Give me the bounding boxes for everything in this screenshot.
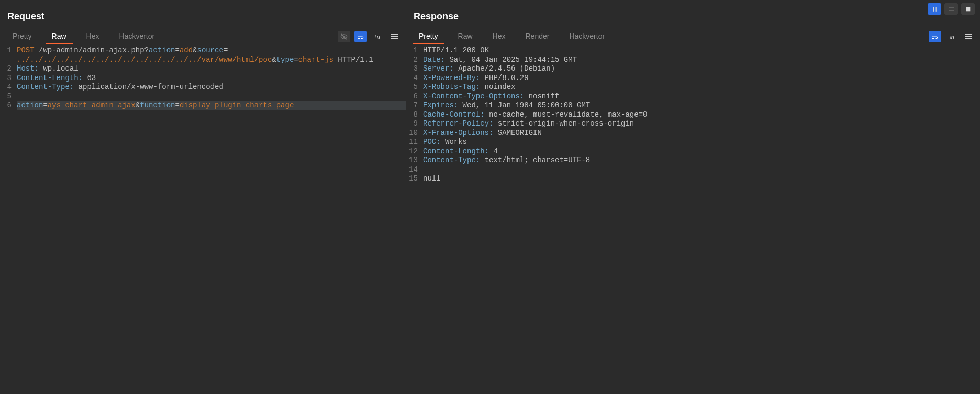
response-line-number: 3 [406,64,418,74]
response-gutter: 123456789101112131415 [406,46,421,394]
response-code-line[interactable]: X-Frame-Options: SAMEORIGIN [423,129,980,138]
response-title-row: Response [406,0,980,28]
menu-icon[interactable] [388,31,400,42]
response-code-line[interactable]: X-Robots-Tag: noindex [423,83,980,92]
request-tab-hex[interactable]: Hex [80,29,106,44]
request-tab-hackvertor[interactable]: Hackvertor [113,29,161,44]
request-line-number: 3 [0,74,12,83]
response-line-number: 15 [406,174,418,184]
response-line-number: 10 [406,129,418,138]
request-tab-pretty[interactable]: Pretty [6,29,38,44]
svg-rect-3 [935,7,936,12]
request-line-number: 2 [0,64,12,74]
visibility-icon[interactable] [338,31,350,42]
request-line-number: 6 [0,101,12,110]
request-tabs: PrettyRawHexHackvertor \n [0,28,406,45]
top-controls [928,3,975,15]
svg-rect-2 [933,7,934,12]
response-code-line[interactable]: Content-Length: 4 [423,147,980,156]
request-toolbar: \n [338,28,400,45]
response-code-line[interactable]: Expires: Wed, 11 Jan 1984 05:00:00 GMT [423,101,980,110]
response-code[interactable]: HTTP/1.1 200 OKDate: Sat, 04 Jan 2025 19… [421,46,980,394]
svg-rect-6 [966,7,970,11]
request-code-line[interactable]: POST /wp-admin/admin-ajax.php?action=add… [17,46,406,55]
response-line-number: 9 [406,119,418,129]
request-pane: Request PrettyRawHexHackvertor \n 123456… [0,0,406,394]
response-tab-render[interactable]: Render [519,29,556,44]
response-line-number: 12 [406,147,418,156]
response-code-line[interactable]: Date: Sat, 04 Jan 2025 19:44:15 GMT [423,55,980,65]
http-message-editor: Request PrettyRawHexHackvertor \n 123456… [0,0,980,394]
response-tab-hex[interactable]: Hex [486,29,512,44]
request-line-number [0,55,12,65]
response-code-line[interactable]: Cache-Control: no-cache, must-revalidate… [423,110,980,120]
response-tab-hackvertor[interactable]: Hackvertor [563,29,611,44]
response-code-line[interactable]: POC: Works [423,138,980,147]
response-code-line[interactable]: HTTP/1.1 200 OK [423,46,980,55]
request-title-row: Request [0,0,406,28]
request-code-line[interactable]: action=ays_chart_admin_ajax&function=dis… [17,101,406,110]
layout-single-button[interactable] [961,3,975,15]
response-code-line[interactable]: Content-Type: text/html; charset=UTF-8 [423,156,980,165]
layout-horizontal-button[interactable] [944,3,958,15]
response-line-number: 11 [406,138,418,147]
response-line-number: 2 [406,55,418,65]
request-code-line[interactable]: Content-Type: application/x-www-form-url… [17,83,406,92]
response-line-number: 6 [406,92,418,102]
response-code-line[interactable]: Referrer-Policy: strict-origin-when-cros… [423,119,980,129]
request-line-number: 1 [0,46,12,55]
response-line-number: 5 [406,83,418,92]
request-code-line[interactable] [17,92,406,102]
response-tab-raw[interactable]: Raw [452,29,479,44]
request-gutter: 123456 [0,46,15,394]
pause-button[interactable] [928,3,941,15]
response-code-line[interactable]: X-Content-Type-Options: nosniff [423,92,980,102]
response-line-number: 14 [406,165,418,175]
request-code-line[interactable]: Host: wp.local [17,64,406,74]
response-code-line[interactable]: X-Powered-By: PHP/8.0.29 [423,74,980,83]
response-title: Response [414,11,459,22]
wrap-lines-icon[interactable] [354,31,367,42]
wrap-lines-icon[interactable] [929,31,941,42]
response-toolbar: \n [929,28,975,45]
request-code-line[interactable]: ../../../../../../../../../../../../../.… [17,55,406,65]
response-line-number: 4 [406,74,418,83]
newline-icon[interactable]: \n [945,31,958,42]
request-line-number: 5 [0,92,12,102]
response-editor[interactable]: 123456789101112131415 HTTP/1.1 200 OKDat… [406,45,980,394]
request-code[interactable]: POST /wp-admin/admin-ajax.php?action=add… [15,46,406,394]
request-tab-raw[interactable]: Raw [46,29,73,44]
response-tab-pretty[interactable]: Pretty [413,29,444,44]
response-code-line[interactable]: Server: Apache/2.4.56 (Debian) [423,64,980,74]
request-code-line[interactable]: Content-Length: 63 [17,74,406,83]
response-tabs: PrettyRawHexRenderHackvertor \n [406,28,980,45]
response-pane: Response PrettyRawHexRenderHackvertor \n… [406,0,980,394]
response-line-number: 13 [406,156,418,165]
request-line-number: 4 [0,83,12,92]
newline-icon[interactable]: \n [371,31,384,42]
menu-icon[interactable] [962,31,975,42]
response-line-number: 7 [406,101,418,110]
request-editor[interactable]: 123456 POST /wp-admin/admin-ajax.php?act… [0,45,406,394]
response-code-line[interactable]: null [423,174,980,184]
response-line-number: 1 [406,46,418,55]
response-code-line[interactable] [423,165,980,175]
request-title: Request [7,11,44,22]
response-line-number: 8 [406,110,418,120]
